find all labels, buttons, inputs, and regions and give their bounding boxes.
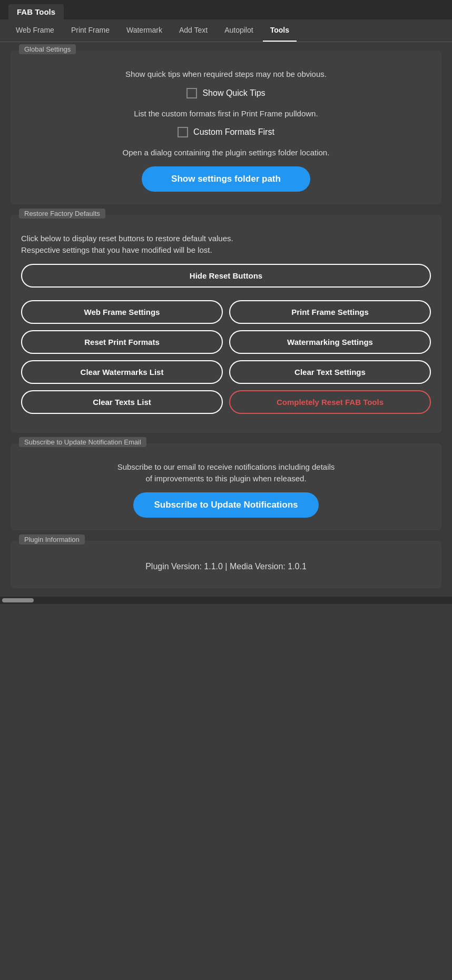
restore-defaults-section: Restore Factory Defaults Click below to … bbox=[11, 215, 441, 433]
tab-tools[interactable]: Tools bbox=[263, 19, 297, 42]
scrollbar-area[interactable] bbox=[0, 597, 452, 604]
show-quick-tips-checkbox[interactable] bbox=[186, 88, 197, 98]
web-frame-settings-button[interactable]: Web Frame Settings bbox=[21, 300, 223, 324]
reset-buttons-row1: Web Frame Settings Print Frame Settings bbox=[21, 300, 431, 324]
main-content: Global Settings Show quick tips when req… bbox=[0, 42, 452, 597]
hide-reset-buttons-button[interactable]: Hide Reset Buttons bbox=[21, 264, 431, 288]
subscribe-section: Subscribe to Update Notification Email S… bbox=[11, 443, 441, 530]
tab-autopilot[interactable]: Autopilot bbox=[217, 19, 260, 42]
scrollbar-thumb[interactable] bbox=[2, 598, 34, 602]
quick-tips-desc: Show quick tips when required steps may … bbox=[21, 68, 431, 81]
tab-bar: Web Frame Print Frame Watermark Add Text… bbox=[0, 19, 452, 42]
tab-web-frame[interactable]: Web Frame bbox=[8, 19, 62, 42]
app-title: FAB Tools bbox=[8, 4, 64, 19]
clear-texts-list-button[interactable]: Clear Texts List bbox=[21, 390, 223, 414]
show-settings-folder-button[interactable]: Show settings folder path bbox=[142, 166, 310, 192]
watermarking-settings-button[interactable]: Watermarking Settings bbox=[229, 330, 431, 354]
reset-buttons-row4: Clear Texts List Completely Reset FAB To… bbox=[21, 390, 431, 414]
clear-text-settings-button[interactable]: Clear Text Settings bbox=[229, 360, 431, 384]
title-bar: FAB Tools bbox=[0, 0, 452, 19]
clear-watermarks-list-button[interactable]: Clear Watermarks List bbox=[21, 360, 223, 384]
custom-formats-first-row: Custom Formats First bbox=[21, 127, 431, 137]
custom-formats-checkbox[interactable] bbox=[178, 127, 188, 137]
subscribe-desc: Subscribe to our email to receive notifi… bbox=[21, 461, 431, 485]
global-settings-label: Global Settings bbox=[19, 44, 76, 54]
subscribe-label: Subscribe to Update Notification Email bbox=[19, 437, 146, 447]
subscribe-button[interactable]: Subscribe to Update Notifications bbox=[133, 492, 319, 518]
restore-desc: Click below to display reset buttons to … bbox=[21, 233, 431, 256]
tab-add-text[interactable]: Add Text bbox=[172, 19, 215, 42]
reset-buttons-row3: Clear Watermarks List Clear Text Setting… bbox=[21, 360, 431, 384]
print-frame-settings-button[interactable]: Print Frame Settings bbox=[229, 300, 431, 324]
custom-formats-label: Custom Formats First bbox=[193, 127, 274, 137]
plugin-version-text: Plugin Version: 1.1.0 | Media Version: 1… bbox=[21, 553, 431, 576]
tab-watermark[interactable]: Watermark bbox=[119, 19, 170, 42]
plugin-info-section: Plugin Information Plugin Version: 1.1.0… bbox=[11, 541, 441, 588]
tab-print-frame[interactable]: Print Frame bbox=[64, 19, 117, 42]
plugin-info-label: Plugin Information bbox=[19, 534, 85, 545]
reset-buttons-row2: Reset Print Formats Watermarking Setting… bbox=[21, 330, 431, 354]
show-quick-tips-label: Show Quick Tips bbox=[202, 88, 265, 98]
show-quick-tips-row: Show Quick Tips bbox=[21, 88, 431, 98]
custom-formats-desc: List the custom formats first in Print F… bbox=[21, 108, 431, 120]
global-settings-section: Global Settings Show quick tips when req… bbox=[11, 51, 441, 204]
reset-print-formats-button[interactable]: Reset Print Formats bbox=[21, 330, 223, 354]
completely-reset-fab-tools-button[interactable]: Completely Reset FAB Tools bbox=[229, 390, 431, 414]
settings-folder-desc: Open a dialog containing the plugin sett… bbox=[21, 147, 431, 159]
restore-defaults-label: Restore Factory Defaults bbox=[19, 209, 105, 219]
